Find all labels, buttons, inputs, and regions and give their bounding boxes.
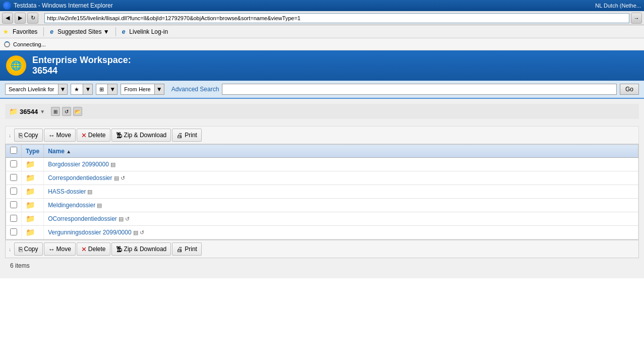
item-name-link[interactable]: Meldingendossier — [48, 202, 95, 209]
item-menu-icon[interactable]: ▤ — [133, 229, 138, 236]
bottom-print-button[interactable]: 🖨 Print — [172, 243, 202, 256]
search-star-dropdown[interactable]: ★ ▼ — [71, 84, 93, 95]
top-delete-button[interactable]: ✕ Delete — [77, 129, 110, 142]
bottom-delete-button[interactable]: ✕ Delete — [77, 243, 110, 256]
print-icon: 🖨 — [177, 132, 183, 139]
go-address-button[interactable]: → — [631, 13, 642, 24]
livelink-login-button[interactable]: Livelink Log-in — [129, 28, 168, 35]
search-scope-arrow-icon[interactable]: ▼ — [58, 84, 68, 94]
row-checkbox[interactable] — [10, 201, 17, 208]
name-cell: OCorrespondentiedossier▤↺ — [44, 212, 638, 226]
top-copy-button[interactable]: ⎘ Copy — [14, 129, 43, 142]
top-zip-download-button[interactable]: 🗜 Zip & Download — [111, 129, 171, 142]
path-action-btn-3[interactable]: 📂 — [73, 107, 82, 116]
search-fromhere-dropdown[interactable]: From Here ▼ — [121, 84, 164, 95]
delete-icon-bottom: ✕ — [81, 246, 87, 253]
table-row: 📁Vergunningsdossier 2099/0000▤↺ — [6, 226, 638, 239]
item-refresh-icon[interactable]: ↺ — [125, 216, 130, 222]
select-all-header[interactable] — [6, 145, 22, 158]
title-bar: Testdata - Windows Internet Explorer NL … — [0, 0, 644, 11]
path-dropdown-arrow-icon[interactable]: ▼ — [40, 109, 45, 114]
table-row: 📁Meldingendossier▤ — [6, 199, 638, 212]
path-action-btn-1[interactable]: ⊞ — [51, 107, 60, 116]
livelink-icon: e — [122, 28, 126, 35]
go-button[interactable]: Go — [620, 84, 639, 95]
back-button[interactable]: ◀ — [2, 13, 13, 24]
item-menu-icon[interactable]: ▤ — [110, 161, 115, 168]
name-cell: Borgdossier 20990000▤ — [44, 158, 638, 171]
type-cell: 📁 — [22, 199, 44, 212]
item-name-link[interactable]: Borgdossier 20990000 — [48, 161, 109, 168]
search-scope-dropdown[interactable]: Search Livelink for ▼ — [5, 84, 68, 95]
top-print-button[interactable]: 🖨 Print — [172, 129, 202, 142]
name-sort-link[interactable]: Name ▲ — [48, 148, 71, 155]
item-name-link[interactable]: Correspondentiedossier — [48, 174, 112, 182]
item-refresh-icon[interactable]: ↺ — [140, 229, 144, 236]
item-name-link[interactable]: HASS-dossier — [48, 188, 86, 195]
search-star-arrow-icon[interactable]: ▼ — [83, 84, 92, 94]
name-cell: Vergunningsdossier 2099/0000▤↺ — [44, 226, 638, 239]
table-row: 📁HASS-dossier▤ — [6, 185, 638, 199]
favorites-button[interactable]: Favorites — [13, 28, 37, 35]
table-row: 📁OCorrespondentiedossier▤↺ — [6, 212, 638, 226]
refresh-button[interactable]: ↻ — [27, 13, 38, 24]
table-row: 📁Correspondentiedossier▤↺ — [6, 171, 638, 185]
folder-icon: 📁 — [26, 187, 35, 196]
bottom-zip-download-button[interactable]: 🗜 Zip & Download — [111, 243, 171, 256]
title-bar-left: Testdata - Windows Internet Explorer — [3, 2, 113, 10]
address-bar: ◀ ▶ ↻ → — [0, 11, 644, 25]
item-refresh-icon[interactable]: ↺ — [121, 175, 125, 182]
loading-status: Connecting... — [13, 41, 46, 47]
folder-icon: 📁 — [26, 173, 35, 182]
top-move-button[interactable]: ↔ Move — [44, 129, 76, 142]
name-cell: Correspondentiedossier▤↺ — [44, 171, 638, 185]
search-fromhere-arrow-icon[interactable]: ▼ — [154, 84, 164, 94]
items-count: 6 items — [5, 258, 639, 273]
enterprise-logo-icon: 🌐 — [6, 55, 26, 76]
suggested-sites-button[interactable]: Suggested Sites ▼ — [57, 28, 109, 35]
table-row: 📁Borgdossier 20990000▤ — [6, 158, 638, 171]
search-star-label: ★ — [71, 86, 82, 93]
bottom-move-button[interactable]: ↔ Move — [44, 243, 76, 256]
row-checkbox[interactable] — [10, 215, 17, 222]
advanced-search-link[interactable]: Advanced Search — [171, 86, 219, 93]
item-name-link[interactable]: OCorrespondentiedossier — [48, 215, 117, 222]
select-all-checkbox[interactable] — [10, 147, 17, 154]
type-column-header: Type — [22, 145, 44, 158]
search-input[interactable] — [222, 84, 617, 95]
path-action-btn-2[interactable]: ↺ — [62, 107, 71, 116]
search-view-dropdown[interactable]: ⊞ ▼ — [96, 84, 118, 95]
item-name-link[interactable]: Vergunningsdossier 2099/0000 — [48, 229, 131, 236]
file-table: Type Name ▲ 📁Borgdossier 20990000▤📁Corre… — [6, 144, 638, 239]
item-menu-icon[interactable]: ▤ — [119, 216, 124, 222]
table-header-row: Type Name ▲ — [6, 145, 638, 158]
folder-icon: 📁 — [26, 228, 35, 236]
folder-icon: 📁 — [26, 214, 35, 223]
item-menu-icon[interactable]: ▤ — [87, 189, 92, 195]
row-checkbox[interactable] — [10, 188, 17, 195]
row-checkbox[interactable] — [10, 160, 17, 167]
bottom-copy-button[interactable]: ⎘ Copy — [14, 243, 43, 256]
top-select-arrow-icon: ↓ — [9, 132, 12, 138]
enterprise-workspace-label: Enterprise Workspace: 36544 — [32, 55, 131, 76]
move-icon-bottom: ↔ — [48, 246, 55, 253]
item-menu-icon[interactable]: ▤ — [114, 175, 119, 182]
type-sort-link[interactable]: Type — [26, 148, 39, 155]
name-cell: HASS-dossier▤ — [44, 185, 638, 199]
row-checkbox[interactable] — [10, 228, 17, 235]
fav-separator — [43, 27, 44, 36]
path-folder-icon: 📁 — [9, 107, 18, 115]
search-view-arrow-icon[interactable]: ▼ — [107, 84, 117, 94]
row-checkbox[interactable] — [10, 174, 17, 181]
zip-icon: 🗜 — [116, 132, 123, 139]
window-title: Testdata - Windows Internet Explorer — [14, 2, 113, 9]
search-fromhere-label: From Here — [121, 86, 154, 92]
type-cell: 📁 — [22, 226, 44, 239]
item-menu-icon[interactable]: ▤ — [97, 202, 102, 209]
address-input[interactable] — [44, 13, 629, 23]
move-icon: ↔ — [48, 132, 55, 139]
title-bar-region: NL Dutch (Nethe... — [595, 3, 641, 9]
name-cell: Meldingendossier▤ — [44, 199, 638, 212]
search-scope-label: Search Livelink for — [6, 86, 57, 92]
forward-button[interactable]: ▶ — [15, 13, 26, 24]
